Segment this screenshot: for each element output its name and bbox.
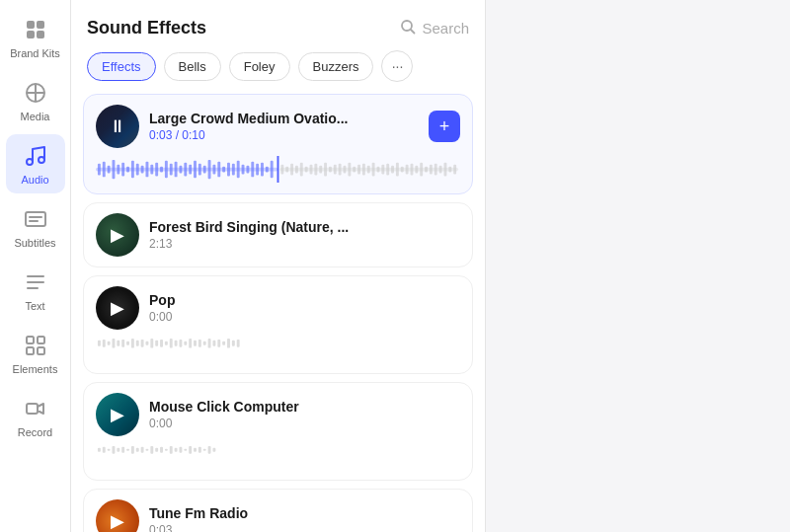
svg-rect-96	[98, 341, 101, 346]
svg-rect-2	[27, 31, 35, 38]
svg-rect-139	[160, 447, 163, 453]
svg-rect-1	[37, 21, 44, 29]
track-top: ▶ Forest Bird Singing (Nature, ... 2:13	[96, 213, 460, 257]
svg-rect-0	[27, 21, 35, 29]
svg-rect-117	[198, 340, 201, 347]
sidebar-item-brand-kits[interactable]: Brand Kits	[6, 8, 65, 67]
track-thumbnail[interactable]: ▶	[96, 286, 139, 330]
svg-rect-55	[266, 167, 269, 173]
svg-rect-132	[126, 449, 129, 451]
svg-rect-74	[353, 167, 356, 173]
sidebar-item-media[interactable]: Media	[6, 71, 65, 130]
svg-rect-102	[126, 342, 129, 345]
svg-rect-99	[113, 339, 116, 348]
track-thumbnail[interactable]: ⏸	[96, 105, 139, 148]
brand-kits-icon	[22, 16, 49, 43]
canvas-area	[486, 0, 790, 532]
sidebar-item-text[interactable]: Text	[6, 261, 65, 320]
svg-rect-143	[179, 447, 182, 453]
filter-chip-buzzers[interactable]: Buzzers	[298, 52, 374, 81]
svg-point-8	[39, 157, 44, 163]
sidebar-item-audio[interactable]: Audio	[6, 134, 65, 193]
add-track-button[interactable]: +	[429, 111, 460, 142]
svg-rect-39	[189, 165, 192, 175]
filter-chip-foley[interactable]: Foley	[229, 52, 290, 81]
svg-rect-3	[37, 31, 44, 38]
svg-rect-49	[237, 161, 240, 178]
svg-rect-109	[160, 340, 163, 347]
svg-rect-41	[198, 164, 201, 176]
svg-rect-119	[208, 339, 211, 348]
svg-rect-92	[439, 166, 442, 174]
track-item[interactable]: ⏸ Large Crowd Medium Ovatio... 0:03 / 0:…	[83, 94, 473, 194]
svg-rect-71	[339, 164, 342, 176]
svg-rect-59	[280, 165, 283, 175]
svg-rect-66	[314, 164, 317, 176]
svg-rect-53	[256, 164, 259, 176]
more-filters-button[interactable]: ···	[381, 50, 413, 82]
play-icon: ▶	[111, 510, 124, 532]
track-info: Mouse Click Computer 0:00	[149, 399, 460, 430]
svg-rect-56	[271, 161, 274, 178]
svg-rect-82	[391, 166, 394, 174]
sidebar-item-record[interactable]: Record	[6, 387, 65, 446]
svg-rect-145	[189, 446, 192, 454]
track-info: Tune Fm Radio 0:03	[149, 505, 460, 532]
svg-rect-95	[453, 165, 456, 175]
svg-rect-142	[175, 448, 178, 452]
track-thumbnail[interactable]: ▶	[96, 213, 139, 257]
svg-rect-78	[372, 163, 375, 177]
svg-rect-120	[212, 341, 215, 346]
svg-rect-36	[175, 162, 178, 178]
svg-rect-84	[401, 167, 404, 173]
sidebar-label-elements: Elements	[13, 363, 58, 375]
svg-rect-14	[27, 347, 34, 354]
play-icon: ▶	[111, 297, 124, 319]
svg-rect-47	[227, 163, 230, 177]
track-thumbnail[interactable]: ▶	[96, 393, 139, 436]
svg-rect-23	[113, 160, 116, 179]
track-item[interactable]: ▶ Tune Fm Radio 0:03	[83, 489, 473, 532]
svg-rect-54	[261, 163, 264, 177]
panel-header: Sound Effects Search	[71, 0, 485, 50]
svg-rect-52	[251, 162, 254, 178]
track-item[interactable]: ▶ Forest Bird Singing (Nature, ... 2:13	[83, 202, 473, 267]
track-duration: 0:03	[149, 523, 460, 532]
svg-rect-130	[117, 448, 119, 452]
svg-rect-73	[348, 163, 351, 177]
track-list: ⏸ Large Crowd Medium Ovatio... 0:03 / 0:…	[71, 94, 485, 532]
filter-chip-bells[interactable]: Bells	[164, 52, 221, 81]
track-item[interactable]: ▶ Mouse Click Computer 0:00	[83, 382, 473, 481]
track-top: ▶ Pop 0:00	[96, 286, 460, 330]
search-label: Search	[422, 20, 469, 37]
svg-rect-112	[175, 341, 178, 346]
svg-rect-45	[217, 162, 220, 178]
filter-chip-effects[interactable]: Effects	[87, 52, 156, 81]
svg-rect-106	[145, 342, 148, 345]
subtitles-icon	[22, 205, 49, 233]
svg-rect-28	[136, 164, 139, 176]
svg-rect-75	[357, 165, 360, 175]
svg-rect-90	[430, 165, 433, 175]
svg-rect-134	[136, 448, 139, 452]
svg-rect-91	[434, 164, 437, 176]
svg-rect-103	[131, 339, 134, 348]
svg-rect-125	[237, 340, 240, 347]
svg-rect-114	[184, 342, 187, 345]
sidebar-item-elements[interactable]: Elements	[6, 324, 65, 383]
track-item[interactable]: ▶ Pop 0:00	[83, 275, 473, 374]
waveform	[96, 336, 460, 363]
waveform	[96, 442, 460, 470]
svg-rect-62	[295, 166, 298, 174]
svg-rect-61	[290, 164, 293, 176]
sidebar-item-subtitles[interactable]: Subtitles	[6, 197, 65, 257]
svg-rect-131	[121, 447, 124, 453]
sidebar-label-brand-kits: Brand Kits	[10, 47, 60, 59]
track-name: Forest Bird Singing (Nature, ...	[149, 219, 460, 235]
svg-rect-44	[212, 165, 215, 175]
svg-rect-57	[277, 156, 279, 183]
search-button[interactable]: Search	[400, 19, 469, 38]
svg-rect-80	[381, 165, 384, 175]
svg-rect-129	[113, 446, 116, 454]
track-thumbnail[interactable]: ▶	[96, 499, 139, 532]
